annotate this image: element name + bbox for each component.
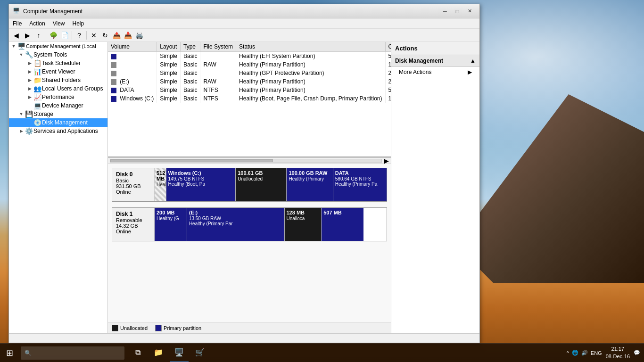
file-explorer-icon[interactable]: 📁 — [149, 344, 168, 362]
col-type[interactable]: Type — [181, 42, 200, 52]
col-capacity[interactable]: Capa — [385, 42, 391, 52]
tree-expand-task-scheduler[interactable]: ▶ — [26, 59, 33, 67]
legend-unallocated-label: Unallocated — [120, 325, 148, 331]
horizontal-scrollbar[interactable] — [110, 159, 382, 163]
tree-icon-shared-folders: 📁 — [33, 76, 41, 84]
taskbar-search[interactable]: 🔍 — [21, 346, 124, 360]
import-button[interactable]: 📥 — [123, 30, 133, 41]
tree-expand-event-viewer[interactable]: ▶ — [26, 68, 33, 75]
table-row[interactable]: Simple Basic Healthy (EFI System Partiti… — [108, 52, 391, 61]
computer-management-taskbar-icon[interactable]: 🖥️ — [170, 344, 189, 362]
tree-expand-shared-folders[interactable]: ▶ — [26, 76, 33, 84]
disk0-partition-data[interactable]: DATA 580.64 GB NTFS Healthy (Primary Pa — [333, 168, 387, 201]
tree-item-root[interactable]: ▼ 🖥️ Computer Management (Local — [9, 42, 107, 50]
print-button[interactable]: 🖨️ — [134, 30, 144, 41]
menu-action[interactable]: Action — [25, 18, 49, 29]
disk1-partition-0[interactable]: 200 MB Healthy (G — [155, 208, 187, 241]
disk0-row: Disk 0 Basic 931.50 GB Online 512 MB Hea… — [112, 168, 387, 202]
col-layout[interactable]: Layout — [157, 42, 181, 52]
lang-indicator[interactable]: ENG — [591, 350, 602, 356]
table-row[interactable]: Simple Basic Healthy (GPT Protective Par… — [108, 69, 391, 77]
table-row[interactable]: (E:) Simple Basic RAW Healthy (Primary P… — [108, 77, 391, 86]
tree-icon-local-users: 👥 — [33, 85, 41, 92]
tree-expand-system-tools[interactable]: ▼ — [17, 51, 25, 58]
export-button[interactable]: 📤 — [111, 30, 122, 41]
disk1-partition-e[interactable]: (E:) 13.50 GB RAW Healthy (Primary Par — [187, 208, 285, 241]
disk0-partition-raw[interactable]: 100.00 GB RAW Healthy (Primary — [287, 168, 333, 201]
properties-button[interactable]: 📄 — [59, 30, 70, 41]
table-row[interactable]: Windows (C:) Simple Basic NTFS Healthy (… — [108, 94, 391, 103]
table-row[interactable]: DATA Simple Basic NTFS Healthy (Primary … — [108, 86, 391, 94]
tree-expand-storage[interactable]: ▼ — [17, 110, 25, 118]
tree-item-performance[interactable]: ▶ 📈 Performance — [9, 93, 107, 101]
tree-item-shared-folders[interactable]: ▶ 📁 Shared Folders — [9, 76, 107, 84]
refresh-button[interactable]: ↻ — [100, 30, 110, 41]
task-view-button[interactable]: ⧉ — [128, 344, 147, 362]
tree-icon-services: ⚙️ — [25, 127, 33, 135]
tree-item-services[interactable]: ▶ ⚙️ Services and Applications — [9, 127, 107, 135]
tree-expand-services[interactable]: ▶ — [17, 127, 25, 135]
disk0-partition-windows[interactable]: Windows (C:) 149.75 GB NTFS Healthy (Boo… — [166, 168, 236, 201]
store-icon[interactable]: 🛒 — [190, 344, 209, 362]
actions-disk-management-section[interactable]: Disk Management ▲ — [391, 55, 479, 67]
col-filesystem[interactable]: File System — [200, 42, 236, 52]
tree-expand-root[interactable]: ▼ — [10, 42, 17, 50]
delete-button[interactable]: ✕ — [89, 30, 99, 41]
tree-item-event-viewer[interactable]: ▶ 📊 Event Viewer — [9, 67, 107, 76]
tree-item-disk-management[interactable]: 💿 Disk Management — [9, 118, 107, 127]
menu-help[interactable]: Help — [69, 18, 88, 29]
status-bar — [9, 333, 479, 343]
col-status[interactable]: Status — [236, 42, 385, 52]
disk1-partition-unallocated[interactable]: 128 MB Unalloca — [285, 208, 322, 241]
forward-button[interactable]: ▶ — [22, 30, 33, 41]
maximize-button[interactable]: □ — [451, 5, 463, 17]
col-volume[interactable]: Volume — [108, 42, 157, 52]
clock-date: 08-Dec-16 — [606, 353, 630, 360]
show-hide-tree-button[interactable]: 🌳 — [48, 30, 58, 41]
disk0-partition-0[interactable]: 512 MB Healthy, — [155, 168, 166, 201]
tree-label-services: Services and Applications — [33, 128, 98, 134]
back-button[interactable]: ◀ — [11, 30, 21, 41]
table-row[interactable]: Simple Basic RAW Healthy (Primary Partit… — [108, 60, 391, 69]
partition-table-area[interactable]: Volume Layout Type File System Status Ca… — [108, 42, 391, 157]
toolbar-separator-1 — [46, 31, 46, 40]
minimize-button[interactable]: ─ — [439, 5, 451, 17]
tree-icon-system-tools: 🔧 — [25, 51, 33, 58]
window-title: Computer Management — [23, 8, 436, 15]
disk1-row: Disk 1 Removable 14.32 GB Online 200 MB … — [112, 207, 387, 241]
tree-item-task-scheduler[interactable]: ▶ 📋 Task Scheduler — [9, 59, 107, 67]
tree-item-local-users[interactable]: ▶ 👥 Local Users and Groups — [9, 84, 107, 93]
tree-icon-root: 🖥️ — [17, 42, 25, 50]
up-button[interactable]: ↑ — [33, 30, 44, 41]
menu-file[interactable]: File — [9, 18, 25, 29]
tree-item-system-tools[interactable]: ▼ 🔧 System Tools — [9, 50, 107, 59]
actions-more-actions[interactable]: More Actions ▶ — [391, 67, 479, 77]
tree-label-root: Computer Management (Local — [26, 43, 96, 49]
taskbar-icon-area: ⧉ 📁 🖥️ 🛒 — [128, 344, 209, 362]
computer-management-window: 🖥️ Computer Management ─ □ ✕ File Action… — [8, 4, 480, 343]
tray-arrow[interactable]: ^ — [567, 350, 569, 356]
taskbar-clock[interactable]: 21:17 08-Dec-16 — [606, 346, 630, 360]
disk0-size: 931.50 GB — [116, 183, 150, 189]
disk1-label: Disk 1 — [116, 211, 150, 217]
close-button[interactable]: ✕ — [463, 5, 476, 17]
tree-expand-local-users[interactable]: ▶ — [26, 85, 33, 92]
scroll-right-button[interactable]: ▶ — [384, 157, 391, 165]
legend-unallocated-box — [112, 325, 118, 331]
legend-primary-box — [155, 325, 162, 331]
search-icon: 🔍 — [25, 350, 32, 356]
start-button[interactable]: ⊞ — [0, 344, 19, 362]
help-button[interactable]: ? — [74, 30, 84, 41]
network-icon: 🌐 — [572, 350, 578, 356]
tree-item-device-manager[interactable]: 💻 Device Manager — [9, 101, 107, 110]
tree-item-storage[interactable]: ▼ 💾 Storage — [9, 110, 107, 118]
tree-label-local-users: Local Users and Groups — [42, 85, 103, 92]
notification-icon[interactable]: 💬 — [634, 350, 640, 356]
toolbar-separator-3 — [86, 31, 87, 40]
disk0-partition-unallocated[interactable]: 100.61 GB Unallocated — [236, 168, 287, 201]
disk0-label: Disk 0 — [116, 171, 150, 178]
menu-view[interactable]: View — [49, 18, 69, 29]
disk1-partition-507[interactable]: 507 MB — [322, 208, 363, 241]
tree-expand-performance[interactable]: ▶ — [26, 93, 33, 101]
tree-label-disk-management: Disk Management — [42, 119, 88, 126]
